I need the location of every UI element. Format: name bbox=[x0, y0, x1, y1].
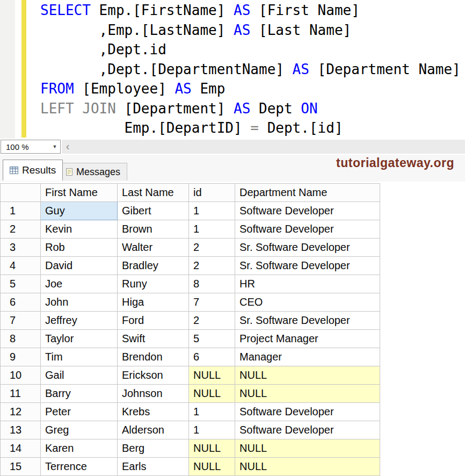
grid-cell[interactable]: 6 bbox=[189, 348, 235, 366]
column-header-last-name[interactable]: Last Name bbox=[118, 184, 189, 202]
zoom-control[interactable]: 100 % ▼ bbox=[1, 140, 61, 154]
grid-cell[interactable]: Berg bbox=[118, 439, 189, 458]
grid-cell[interactable]: Erickson bbox=[118, 366, 189, 385]
select-all-corner[interactable] bbox=[1, 184, 41, 202]
row-number[interactable]: 8 bbox=[1, 330, 41, 348]
table-row: 7JeffreyFord2Sr. Software Developer bbox=[1, 312, 380, 330]
column-header-id[interactable]: id bbox=[189, 184, 235, 202]
grid-cell[interactable]: NULL bbox=[235, 439, 380, 458]
row-number[interactable]: 4 bbox=[1, 257, 41, 275]
column-header-first-name[interactable]: First Name bbox=[41, 184, 118, 202]
track-changes-bar bbox=[21, 0, 26, 138]
row-number[interactable]: 15 bbox=[1, 458, 41, 476]
grid-cell[interactable]: Project Manager bbox=[235, 330, 380, 348]
grid-cell[interactable]: Krebs bbox=[118, 403, 189, 421]
chevron-down-icon[interactable]: ▼ bbox=[49, 144, 60, 149]
grid-cell[interactable]: NULL bbox=[235, 366, 380, 385]
grid-cell[interactable]: Terrence bbox=[41, 458, 118, 476]
grid-cell[interactable]: David bbox=[41, 257, 118, 275]
grid-cell[interactable]: NULL bbox=[189, 439, 235, 458]
grid-cell[interactable]: Taylor bbox=[41, 330, 118, 348]
grid-cell[interactable]: Bradley bbox=[118, 257, 189, 275]
grid-cell[interactable]: Swift bbox=[118, 330, 189, 348]
row-number[interactable]: 7 bbox=[1, 312, 41, 330]
grid-cell[interactable]: Earls bbox=[118, 458, 189, 476]
horizontal-scrollbar[interactable]: ‹ bbox=[62, 140, 465, 154]
grid-cell[interactable]: Software Developer bbox=[235, 403, 380, 421]
grid-cell[interactable]: 8 bbox=[189, 275, 235, 293]
grid-cell[interactable]: HR bbox=[235, 275, 380, 293]
row-number[interactable]: 12 bbox=[1, 403, 41, 421]
grid-body: 1GuyGibert1Software Developer2KevinBrown… bbox=[1, 202, 380, 476]
grid-cell[interactable]: 2 bbox=[189, 257, 235, 275]
grid-cell[interactable]: Sr. Software Developer bbox=[235, 312, 380, 330]
grid-cell[interactable]: NULL bbox=[189, 458, 235, 476]
grid-cell[interactable]: Software Developer bbox=[235, 421, 380, 439]
row-number[interactable]: 2 bbox=[1, 220, 41, 239]
grid-cell[interactable]: Runy bbox=[118, 275, 189, 293]
column-header-department-name[interactable]: Department Name bbox=[235, 184, 380, 202]
row-number[interactable]: 5 bbox=[1, 275, 41, 293]
editor-margin bbox=[0, 0, 15, 139]
grid-cell[interactable]: CEO bbox=[235, 293, 380, 312]
grid-cell[interactable]: Software Developer bbox=[235, 220, 380, 239]
row-number[interactable]: 9 bbox=[1, 348, 41, 366]
sql-editor[interactable]: SELECT Emp.[FirstName] AS [First Name] ,… bbox=[0, 0, 465, 139]
grid-cell[interactable]: Ford bbox=[118, 312, 189, 330]
grid-cell[interactable]: 1 bbox=[189, 220, 235, 239]
grid-cell[interactable]: Johnson bbox=[118, 385, 189, 403]
grid-cell[interactable]: Gail bbox=[41, 366, 118, 385]
tab-results[interactable]: Results bbox=[3, 160, 63, 181]
tab-messages[interactable]: Messages bbox=[59, 163, 127, 181]
row-number[interactable]: 6 bbox=[1, 293, 41, 312]
grid-cell[interactable]: Tim bbox=[41, 348, 118, 366]
grid-cell[interactable]: Alderson bbox=[118, 421, 189, 439]
grid-cell[interactable]: Greg bbox=[41, 421, 118, 439]
grid-cell[interactable]: 1 bbox=[189, 421, 235, 439]
grid-cell[interactable]: Brendon bbox=[118, 348, 189, 366]
row-number[interactable]: 14 bbox=[1, 439, 41, 458]
grid-cell[interactable]: NULL bbox=[235, 458, 380, 476]
grid-cell[interactable]: Jeffrey bbox=[41, 312, 118, 330]
grid-cell[interactable]: Gibert bbox=[118, 202, 189, 220]
grid-cell[interactable]: 1 bbox=[189, 403, 235, 421]
grid-cell[interactable]: Kevin bbox=[41, 220, 118, 239]
chevron-left-icon[interactable]: ‹ bbox=[62, 140, 74, 154]
tab-label-results: Results bbox=[22, 164, 56, 176]
results-tabbar: Results Messages tutorialgateway.org bbox=[0, 155, 465, 182]
code-line: ,Dept.[DepartmentName] AS [Department Na… bbox=[40, 60, 461, 80]
row-number[interactable]: 3 bbox=[1, 239, 41, 257]
grid-cell[interactable]: Manager bbox=[235, 348, 380, 366]
table-row: 1GuyGibert1Software Developer bbox=[1, 202, 380, 220]
grid-cell[interactable]: John bbox=[41, 293, 118, 312]
table-row: 4DavidBradley2Sr. Software Developer bbox=[1, 257, 380, 275]
grid-cell[interactable]: 1 bbox=[189, 202, 235, 220]
row-number[interactable]: 1 bbox=[1, 202, 41, 220]
code-line: Emp.[DepartID] = Dept.[id] bbox=[40, 118, 461, 138]
sql-code[interactable]: SELECT Emp.[FirstName] AS [First Name] ,… bbox=[40, 1, 461, 138]
grid-cell[interactable]: Sr. Software Developer bbox=[235, 239, 380, 257]
grid-cell[interactable]: Karen bbox=[41, 439, 118, 458]
grid-cell[interactable]: 7 bbox=[189, 293, 235, 312]
grid-cell[interactable]: Software Developer bbox=[235, 202, 380, 220]
grid-cell[interactable]: NULL bbox=[235, 385, 380, 403]
grid-cell[interactable]: NULL bbox=[189, 366, 235, 385]
grid-cell[interactable]: Joe bbox=[41, 275, 118, 293]
grid-cell[interactable]: Higa bbox=[118, 293, 189, 312]
grid-cell[interactable]: 2 bbox=[189, 312, 235, 330]
grid-cell[interactable]: Brown bbox=[118, 220, 189, 239]
row-number[interactable]: 11 bbox=[1, 385, 41, 403]
zoom-value: 100 % bbox=[1, 142, 49, 152]
grid-cell[interactable]: Guy bbox=[41, 202, 118, 220]
row-number[interactable]: 10 bbox=[1, 366, 41, 385]
grid-cell[interactable]: Walter bbox=[118, 239, 189, 257]
grid-cell[interactable]: Sr. Software Developer bbox=[235, 257, 380, 275]
table-row: 2KevinBrown1Software Developer bbox=[1, 220, 380, 239]
grid-cell[interactable]: NULL bbox=[189, 385, 235, 403]
grid-cell[interactable]: Barry bbox=[41, 385, 118, 403]
grid-cell[interactable]: Peter bbox=[41, 403, 118, 421]
grid-cell[interactable]: 5 bbox=[189, 330, 235, 348]
row-number[interactable]: 13 bbox=[1, 421, 41, 439]
grid-cell[interactable]: 2 bbox=[189, 239, 235, 257]
grid-cell[interactable]: Rob bbox=[41, 239, 118, 257]
